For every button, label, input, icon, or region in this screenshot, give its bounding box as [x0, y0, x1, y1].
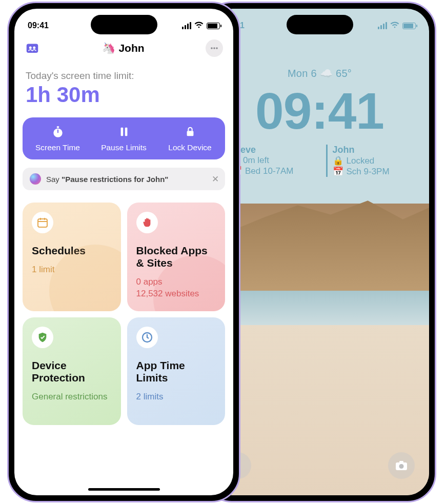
lock-screen: 09:41 Mon 6 ☁️ 65° 09:41 Steve ⏱0m left …: [210, 9, 429, 495]
limit-label: Today's screen time limit:: [26, 70, 222, 82]
stopwatch-icon: [51, 125, 65, 139]
dynamic-island: [287, 15, 353, 34]
hand-stop-icon: [136, 212, 158, 233]
profile-emoji: 🦄: [102, 42, 115, 54]
card-blocked-apps[interactable]: Blocked Apps & Sites 0 apps 12,532 websi…: [127, 203, 226, 311]
widget-row: ⏱0m left: [231, 155, 314, 166]
pause-limits-button[interactable]: Pause Limits: [91, 125, 157, 152]
card-title: Blocked Apps & Sites: [136, 245, 216, 269]
screen-time-summary: Today's screen time limit: 1h 30m: [14, 61, 233, 107]
widget-name: John: [333, 145, 415, 155]
svg-point-3: [211, 47, 213, 49]
timer-icon: [136, 327, 158, 348]
card-device-protection[interactable]: Device Protection General restrictions: [23, 317, 121, 425]
svg-point-2: [33, 47, 35, 49]
svg-rect-17: [399, 461, 403, 463]
battery-icon: [402, 23, 416, 29]
lock-device-button[interactable]: Lock Device: [157, 125, 223, 152]
siri-text: Say "Pause restrictions for John": [46, 175, 168, 184]
cellular-icon: [378, 22, 387, 29]
camera-button[interactable]: [388, 452, 415, 479]
profiles-button-icon[interactable]: [25, 40, 41, 56]
widget-row: 📅Bed 10-7AM: [231, 166, 314, 176]
card-subtitle: 0 apps 12,532 websites: [136, 276, 216, 300]
cellular-icon: [182, 22, 191, 29]
action-label: Lock Device: [168, 143, 211, 152]
svg-rect-12: [38, 219, 47, 227]
card-subtitle: General restrictions: [32, 391, 112, 403]
more-button[interactable]: [206, 39, 223, 57]
shield-check-icon: [32, 327, 53, 348]
app-header: 🦄 John: [14, 35, 233, 61]
lock-content: Mon 6 ☁️ 65° 09:41 Steve ⏱0m left 📅Bed 1…: [210, 35, 429, 177]
profile-name-text: John: [118, 42, 144, 54]
lock-date: Mon 6 ☁️ 65°: [210, 67, 429, 79]
quick-action-bar: Screen Time Pause Limits Lock Device: [23, 117, 225, 159]
svg-rect-7: [56, 126, 58, 128]
app-screen: 09:41 🦄 John Today's screen time l: [14, 9, 233, 495]
status-icons: [378, 22, 416, 30]
card-schedules[interactable]: Schedules 1 limit: [23, 203, 121, 311]
card-title: App Time Limits: [136, 359, 216, 384]
siri-icon: [30, 173, 41, 185]
widget-row: 🔒Locked: [333, 155, 415, 166]
pause-icon: [117, 125, 131, 139]
card-title: Device Protection: [32, 359, 112, 384]
feature-grid: Schedules 1 limit Blocked Apps & Sites 0…: [14, 190, 233, 425]
svg-point-1: [29, 47, 32, 49]
action-label: Screen Time: [35, 143, 80, 152]
card-subtitle: 1 limit: [32, 264, 112, 276]
svg-rect-10: [125, 128, 127, 136]
lock-widgets: Steve ⏱0m left 📅Bed 10-7AM John 🔒Locked …: [225, 145, 415, 177]
svg-point-4: [213, 47, 215, 49]
lock-icon: 🔒: [333, 155, 343, 166]
widget-name: Steve: [231, 145, 314, 155]
lock-icon: [183, 125, 197, 139]
phone-app-frame: 09:41 🦄 John Today's screen time l: [7, 2, 240, 502]
svg-point-16: [399, 464, 404, 469]
card-subtitle: 2 limits: [136, 391, 216, 403]
siri-suggestion[interactable]: Say "Pause restrictions for John" ✕: [23, 168, 225, 190]
limit-value: 1h 30m: [26, 83, 222, 107]
lock-time: 09:41: [210, 82, 429, 140]
calendar-icon: [32, 212, 53, 233]
widget-row: 📅Sch 9-3PM: [333, 166, 415, 177]
svg-rect-11: [187, 131, 193, 136]
card-app-time-limits[interactable]: App Time Limits 2 limits: [127, 317, 226, 425]
status-time: 09:41: [28, 21, 49, 30]
calendar-icon: 📅: [333, 166, 343, 177]
status-icons: [182, 22, 220, 30]
card-title: Schedules: [32, 245, 112, 257]
battery-icon: [207, 23, 220, 29]
wifi-icon: [194, 22, 204, 30]
home-indicator[interactable]: [88, 488, 160, 491]
close-icon[interactable]: ✕: [212, 174, 219, 185]
profile-name[interactable]: 🦄 John: [102, 42, 144, 54]
screen-time-button[interactable]: Screen Time: [25, 125, 91, 152]
dynamic-island: [91, 15, 157, 34]
wifi-icon: [390, 22, 399, 30]
svg-rect-0: [27, 44, 38, 53]
widget-john[interactable]: John 🔒Locked 📅Sch 9-3PM: [326, 145, 415, 177]
svg-rect-9: [120, 128, 123, 136]
action-label: Pause Limits: [101, 143, 147, 152]
svg-point-5: [216, 47, 218, 49]
svg-rect-8: [57, 130, 58, 133]
